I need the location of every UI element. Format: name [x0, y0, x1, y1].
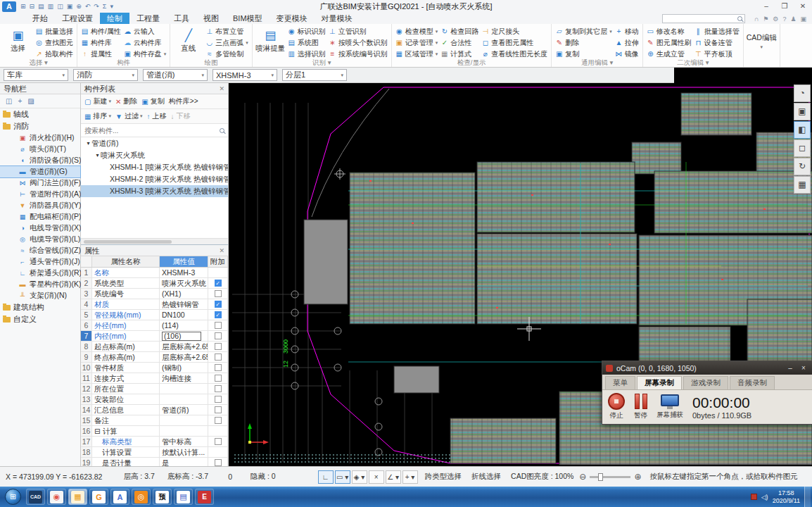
- 按喷头个数识别-button[interactable]: ∗按喷头个数识别: [329, 37, 388, 48]
- 设备连管-button[interactable]: ⊓设备连管: [694, 37, 740, 48]
- sidebar-item-管道(消)(G)[interactable]: ▬管道(消)(G): [0, 166, 80, 177]
- rect-select-icon[interactable]: ▭ ▾: [335, 470, 350, 484]
- tab-开始[interactable]: 开始: [25, 13, 55, 25]
- sidebar-item-消防器具(消)(Y)[interactable]: ▼消防器具(消)(Y): [0, 200, 80, 211]
- taskbar-ec-app[interactable]: E: [195, 489, 214, 505]
- 定尺接头-button[interactable]: ⊣定尺接头: [481, 26, 547, 37]
- 合法性-button[interactable]: ✓合法性: [440, 37, 478, 48]
- ocam-tab-屏幕录制[interactable]: 屏幕录制: [637, 376, 682, 389]
- 批量选择管-button[interactable]: ∥批量选择管: [694, 26, 740, 37]
- help-icon[interactable]: ?: [782, 15, 786, 23]
- 检查模型-button[interactable]: ◉检查模型▾: [395, 26, 438, 37]
- attach-checkbox[interactable]: ✓: [215, 311, 222, 318]
- 过滤-button[interactable]: ▼过滤▾: [115, 111, 142, 121]
- taskbar-yusuan-app[interactable]: 预: [153, 489, 172, 505]
- qat-icon[interactable]: ▤: [38, 0, 44, 13]
- type-select[interactable]: 管道(消)▾: [143, 69, 208, 81]
- 删除-button[interactable]: ✕删除: [115, 96, 137, 106]
- 构件库>>-button[interactable]: 构件库>>: [169, 96, 198, 106]
- nav-group-自定义[interactable]: 自定义: [0, 313, 80, 325]
- cross-type-select-button[interactable]: 跨类型选择: [425, 472, 462, 482]
- snap-icon[interactable]: + ▾: [402, 470, 418, 484]
- list-item[interactable]: XHSMH-1 [喷淋灭火系统 热镀锌钢管 DN: [81, 161, 228, 173]
- close-icon[interactable]: ✕: [219, 245, 224, 256]
- 修改名称-button[interactable]: ▭修改名称: [647, 26, 692, 37]
- qat-icon[interactable]: ↷: [94, 0, 99, 13]
- view-mode-icon[interactable]: ◈ ▾: [352, 470, 367, 484]
- close-button[interactable]: ✕: [794, 0, 812, 13]
- list-item[interactable]: ▾管道(消): [81, 137, 228, 149]
- nav-group-消防[interactable]: 消防: [0, 120, 80, 132]
- property-value[interactable]: (106): [160, 331, 208, 341]
- nav-tool-icon[interactable]: ◫: [6, 97, 12, 105]
- sidebar-item-消火栓(消)(H)[interactable]: ▣消火栓(消)(H): [0, 132, 80, 144]
- grid-icon[interactable]: ▦: [794, 176, 811, 194]
- 布置立管-button[interactable]: ⊥布置立管: [205, 26, 248, 37]
- attach-checkbox[interactable]: ✓: [215, 280, 222, 287]
- 记录管理-button[interactable]: ▣记录管理▾: [395, 37, 438, 48]
- tab-工程设置[interactable]: 工程设置: [55, 13, 100, 25]
- qat-icon[interactable]: ◫: [57, 0, 63, 13]
- header-search-input[interactable]: [665, 15, 737, 22]
- sidebar-item-综合管线(消)(Z)[interactable]: ≈综合管线(消)(Z): [0, 245, 80, 256]
- restore-button[interactable]: ❐: [775, 0, 794, 13]
- orbit-icon[interactable]: ◔: [794, 84, 811, 102]
- attach-checkbox[interactable]: [215, 322, 222, 329]
- 图元属性刷-button[interactable]: ✎图元属性刷: [647, 37, 692, 48]
- tree-expand-icon[interactable]: ▾: [85, 140, 91, 146]
- 排序-button[interactable]: ▦排序▾: [84, 111, 111, 121]
- 复制到其它层-button[interactable]: ▱复制到其它层▾: [555, 26, 612, 37]
- rotate-icon[interactable]: ↻: [794, 158, 811, 175]
- attach-checkbox[interactable]: ✓: [215, 301, 222, 308]
- qat-icon[interactable]: ⊟: [30, 0, 35, 13]
- tab-视图[interactable]: 视图: [196, 13, 226, 25]
- 查找图元-button[interactable]: ◎查找图元: [35, 37, 73, 48]
- taskbar-glodon-app[interactable]: ◎: [132, 489, 151, 505]
- sidebar-item-电线导管(消)(X)[interactable]: ◑电线导管(消)(X): [0, 223, 80, 234]
- component-search-input[interactable]: [84, 127, 217, 134]
- 直线-button[interactable]: ╱直线: [172, 26, 204, 57]
- qat-icon[interactable]: ⊕: [76, 0, 82, 13]
- list-item[interactable]: XHSMH-3 [喷淋灭火系统 热镀锌钢管 DN: [81, 185, 228, 197]
- sidebar-item-配电箱柜(消)(P)[interactable]: ▦配电箱柜(消)(P): [0, 211, 80, 223]
- ocam-title-bar[interactable]: oCam (0, 0, 1680, 1050) – ×: [602, 361, 812, 375]
- calendar-icon[interactable]: ▣: [800, 15, 806, 23]
- attach-checkbox[interactable]: [215, 417, 222, 424]
- sidebar-item-电缆导管(消)(L)[interactable]: ◎电缆导管(消)(L): [0, 234, 80, 245]
- 删除-button[interactable]: ✎删除: [555, 37, 612, 48]
- taskbar-media-app[interactable]: ◉: [47, 489, 66, 505]
- view-box-icon[interactable]: ◻: [794, 139, 811, 157]
- 云输入-button[interactable]: ☁云输入: [124, 26, 167, 37]
- qat-icon[interactable]: ↶: [85, 0, 91, 13]
- list-item[interactable]: XHSMH-2 [喷淋灭火系统 热镀锌钢管 DN: [81, 173, 228, 185]
- tab-对量模块[interactable]: 对量模块: [315, 13, 360, 25]
- attach-checkbox[interactable]: [215, 459, 222, 466]
- sidebar-item-桥架通头(消)(R)[interactable]: ∟桥架通头(消)(R): [0, 268, 80, 279]
- tab-变更模块[interactable]: 变更模块: [269, 13, 315, 25]
- 系统图-button[interactable]: ▤系统图: [288, 37, 326, 48]
- tab-工程量[interactable]: 工程量: [129, 13, 167, 25]
- CAD编辑-button[interactable]: CAD编辑▾: [746, 26, 778, 57]
- sidebar-item-支架(消)(N)[interactable]: ╨支架(消)(N): [0, 290, 80, 301]
- qat-icon[interactable]: ▾: [110, 0, 113, 13]
- 构件/属性-button[interactable]: ▤构件/属性: [81, 26, 121, 37]
- component-select[interactable]: XHSMH-3▾: [212, 69, 277, 81]
- ocam-tab-音频录制[interactable]: 音频录制: [730, 376, 775, 389]
- view-3d-icon[interactable]: ◧: [794, 121, 811, 139]
- specialty-select[interactable]: 消防▾: [73, 69, 138, 81]
- ocam-tab-菜单[interactable]: 菜单: [605, 376, 635, 389]
- speaker-icon[interactable]: ◁): [761, 494, 768, 501]
- tab-工具[interactable]: 工具: [167, 13, 196, 25]
- clear-icon[interactable]: ×: [369, 470, 384, 484]
- taskbar-glodon-launcher[interactable]: ▦: [68, 489, 87, 505]
- 三点画弧-button[interactable]: ◡三点画弧▾: [205, 37, 248, 48]
- recorder-tray-icon[interactable]: [751, 494, 757, 500]
- gear-icon[interactable]: ⚙: [773, 15, 778, 23]
- sidebar-item-零星构件(消)(K)[interactable]: ▬零星构件(消)(K): [0, 279, 80, 290]
- brightness-plus-button[interactable]: ⊕: [634, 472, 641, 482]
- layer-select[interactable]: 分层1▾: [282, 69, 347, 81]
- start-button[interactable]: ⊞: [5, 489, 21, 505]
- sidebar-item-消防设备(消)(S)[interactable]: ◖消防设备(消)(S): [0, 155, 80, 166]
- screen-icon[interactable]: ▣: [794, 103, 811, 120]
- tree-expand-icon[interactable]: ▾: [94, 152, 101, 158]
